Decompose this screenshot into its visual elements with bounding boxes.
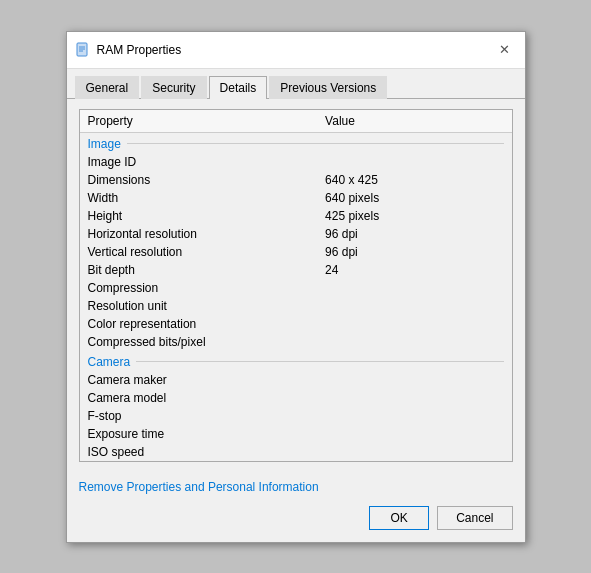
property-value (317, 297, 511, 315)
property-value (317, 279, 511, 297)
cancel-button[interactable]: Cancel (437, 506, 512, 530)
property-value: 24 (317, 261, 511, 279)
properties-table: Property Value ImageImage IDDimensions64… (80, 110, 512, 461)
remove-properties-link[interactable]: Remove Properties and Personal Informati… (79, 480, 319, 494)
property-value (317, 333, 511, 351)
table-row: Compression (80, 279, 512, 297)
table-row: Horizontal resolution96 dpi (80, 225, 512, 243)
property-value: 96 dpi (317, 243, 511, 261)
table-row: Camera model (80, 389, 512, 407)
property-name: Height (80, 207, 318, 225)
properties-table-scroll[interactable]: Property Value ImageImage IDDimensions64… (80, 110, 512, 461)
property-name: Resolution unit (80, 297, 318, 315)
dialog-window: RAM Properties ✕ General Security Detail… (66, 31, 526, 543)
table-row: Height425 pixels (80, 207, 512, 225)
table-row: Dimensions640 x 425 (80, 171, 512, 189)
property-value: 425 pixels (317, 207, 511, 225)
tab-bar: General Security Details Previous Versio… (67, 69, 525, 99)
title-bar: RAM Properties ✕ (67, 32, 525, 69)
property-name: Vertical resolution (80, 243, 318, 261)
property-value (317, 407, 511, 425)
property-name: Dimensions (80, 171, 318, 189)
table-row: Bit depth24 (80, 261, 512, 279)
property-name: Compression (80, 279, 318, 297)
property-value (317, 443, 511, 461)
section-header: Image (80, 132, 512, 153)
tab-content: Property Value ImageImage IDDimensions64… (67, 99, 525, 472)
col-header-value: Value (317, 110, 511, 133)
property-value (317, 153, 511, 171)
table-row: Compressed bits/pixel (80, 333, 512, 351)
property-name: Exposure time (80, 425, 318, 443)
property-name: Color representation (80, 315, 318, 333)
table-row: Vertical resolution96 dpi (80, 243, 512, 261)
table-row: Color representation (80, 315, 512, 333)
ok-button[interactable]: OK (369, 506, 429, 530)
tab-general[interactable]: General (75, 76, 140, 99)
property-value: 640 x 425 (317, 171, 511, 189)
property-name: Width (80, 189, 318, 207)
close-button[interactable]: ✕ (495, 40, 515, 60)
property-name: F-stop (80, 407, 318, 425)
tab-security[interactable]: Security (141, 76, 206, 99)
property-name: Bit depth (80, 261, 318, 279)
property-value (317, 425, 511, 443)
property-name: ISO speed (80, 443, 318, 461)
file-icon (75, 42, 91, 58)
property-value (317, 389, 511, 407)
col-header-property: Property (80, 110, 318, 133)
tab-details[interactable]: Details (209, 76, 268, 99)
table-row: Image ID (80, 153, 512, 171)
property-name: Camera maker (80, 371, 318, 389)
table-row: Camera maker (80, 371, 512, 389)
property-name: Compressed bits/pixel (80, 333, 318, 351)
button-row: OK Cancel (67, 498, 525, 542)
table-row: Resolution unit (80, 297, 512, 315)
property-name: Image ID (80, 153, 318, 171)
properties-table-container: Property Value ImageImage IDDimensions64… (79, 109, 513, 462)
section-header: Camera (80, 351, 512, 371)
property-value (317, 371, 511, 389)
window-title: RAM Properties (97, 43, 495, 57)
table-row: Exposure time (80, 425, 512, 443)
tab-previous-versions[interactable]: Previous Versions (269, 76, 387, 99)
table-row: Width640 pixels (80, 189, 512, 207)
footer-link-container: Remove Properties and Personal Informati… (67, 472, 525, 498)
property-value: 640 pixels (317, 189, 511, 207)
property-value: 96 dpi (317, 225, 511, 243)
table-row: F-stop (80, 407, 512, 425)
property-value (317, 315, 511, 333)
table-row: ISO speed (80, 443, 512, 461)
property-name: Horizontal resolution (80, 225, 318, 243)
property-name: Camera model (80, 389, 318, 407)
